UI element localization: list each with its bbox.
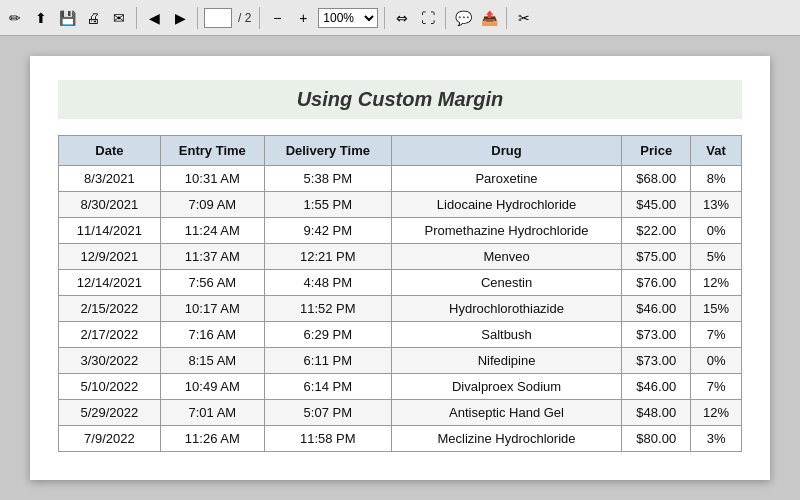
table-cell: 12:21 PM — [264, 244, 391, 270]
table-row: 12/9/202111:37 AM12:21 PMMenveo$75.005% — [59, 244, 742, 270]
table-cell: 12/9/2021 — [59, 244, 161, 270]
table-cell: 0% — [691, 348, 742, 374]
table-cell: 11:58 PM — [264, 426, 391, 452]
table-cell: Meclizine Hydrochloride — [391, 426, 622, 452]
table-cell: 12% — [691, 270, 742, 296]
table-cell: 0% — [691, 218, 742, 244]
plus-icon[interactable]: + — [292, 7, 314, 29]
fit-page-icon[interactable]: ⛶ — [417, 7, 439, 29]
table-row: 8/3/202110:31 AM5:38 PMParoxetine$68.008… — [59, 166, 742, 192]
table-cell: 11/14/2021 — [59, 218, 161, 244]
table-row: 2/17/20227:16 AM6:29 PMSaltbush$73.007% — [59, 322, 742, 348]
table-cell: $80.00 — [622, 426, 691, 452]
comment-icon[interactable]: 💬 — [452, 7, 474, 29]
table-cell: 7:01 AM — [160, 400, 264, 426]
table-cell: 11:37 AM — [160, 244, 264, 270]
table-cell: 6:14 PM — [264, 374, 391, 400]
table-cell: 11:26 AM — [160, 426, 264, 452]
table-cell: Nifedipine — [391, 348, 622, 374]
upload-icon[interactable]: ⬆ — [30, 7, 52, 29]
table-cell: $48.00 — [622, 400, 691, 426]
table-cell: 3% — [691, 426, 742, 452]
document-title: Using Custom Margin — [58, 80, 742, 119]
table-cell: 6:11 PM — [264, 348, 391, 374]
table-cell: Antiseptic Hand Gel — [391, 400, 622, 426]
table-cell: $73.00 — [622, 348, 691, 374]
content-area: Using Custom Margin Date Entry Time Deli… — [0, 36, 800, 500]
table-cell: $45.00 — [622, 192, 691, 218]
separator-4 — [384, 7, 385, 29]
table-cell: Lidocaine Hydrochloride — [391, 192, 622, 218]
separator-1 — [136, 7, 137, 29]
minus-icon[interactable]: − — [266, 7, 288, 29]
table-row: 5/10/202210:49 AM6:14 PMDivalproex Sodiu… — [59, 374, 742, 400]
table-row: 7/9/202211:26 AM11:58 PMMeclizine Hydroc… — [59, 426, 742, 452]
table-cell: 11:24 AM — [160, 218, 264, 244]
table-cell: $76.00 — [622, 270, 691, 296]
table-row: 8/30/20217:09 AM1:55 PMLidocaine Hydroch… — [59, 192, 742, 218]
table-cell: 7:16 AM — [160, 322, 264, 348]
table-cell: 7:56 AM — [160, 270, 264, 296]
table-cell: 4:48 PM — [264, 270, 391, 296]
table-cell: 3/30/2022 — [59, 348, 161, 374]
table-cell: $46.00 — [622, 296, 691, 322]
table-cell: 1:55 PM — [264, 192, 391, 218]
table-cell: 11:52 PM — [264, 296, 391, 322]
edit-icon[interactable]: ✏ — [4, 7, 26, 29]
table-cell: $46.00 — [622, 374, 691, 400]
table-cell: 7:09 AM — [160, 192, 264, 218]
table-cell: $73.00 — [622, 322, 691, 348]
table-cell: $75.00 — [622, 244, 691, 270]
table-cell: 5% — [691, 244, 742, 270]
col-header-delivery-time: Delivery Time — [264, 136, 391, 166]
col-header-entry-time: Entry Time — [160, 136, 264, 166]
table-row: 2/15/202210:17 AM11:52 PMHydrochlorothia… — [59, 296, 742, 322]
table-cell: Promethazine Hydrochloride — [391, 218, 622, 244]
forward-icon[interactable]: ▶ — [169, 7, 191, 29]
table-cell: 8/30/2021 — [59, 192, 161, 218]
separator-2 — [197, 7, 198, 29]
document-page: Using Custom Margin Date Entry Time Deli… — [30, 56, 770, 480]
table-cell: 6:29 PM — [264, 322, 391, 348]
table-header-row: Date Entry Time Delivery Time Drug Price… — [59, 136, 742, 166]
print-icon[interactable]: 🖨 — [82, 7, 104, 29]
table-cell: Divalproex Sodium — [391, 374, 622, 400]
table-cell: 7/9/2022 — [59, 426, 161, 452]
table-cell: Paroxetine — [391, 166, 622, 192]
table-cell: 10:31 AM — [160, 166, 264, 192]
table-cell: 5:38 PM — [264, 166, 391, 192]
email-icon[interactable]: ✉ — [108, 7, 130, 29]
table-cell: 2/15/2022 — [59, 296, 161, 322]
fit-width-icon[interactable]: ⇔ — [391, 7, 413, 29]
separator-3 — [259, 7, 260, 29]
col-header-drug: Drug — [391, 136, 622, 166]
table-row: 11/14/202111:24 AM9:42 PMPromethazine Hy… — [59, 218, 742, 244]
table-cell: 8% — [691, 166, 742, 192]
table-cell: 5/29/2022 — [59, 400, 161, 426]
table-cell: Hydrochlorothiazide — [391, 296, 622, 322]
table-row: 12/14/20217:56 AM4:48 PMCenestin$76.0012… — [59, 270, 742, 296]
table-cell: 10:17 AM — [160, 296, 264, 322]
data-table: Date Entry Time Delivery Time Drug Price… — [58, 135, 742, 452]
back-icon[interactable]: ◀ — [143, 7, 165, 29]
table-cell: 2/17/2022 — [59, 322, 161, 348]
col-header-vat: Vat — [691, 136, 742, 166]
page-number-input[interactable]: 1 — [204, 8, 232, 28]
zoom-select[interactable]: 100% 75% 125% 150% — [318, 8, 378, 28]
crop-icon[interactable]: ✂ — [513, 7, 535, 29]
page-total: / 2 — [238, 11, 251, 25]
table-cell: $68.00 — [622, 166, 691, 192]
table-row: 3/30/20228:15 AM6:11 PMNifedipine$73.000… — [59, 348, 742, 374]
table-cell: 10:49 AM — [160, 374, 264, 400]
toolbar: ✏ ⬆ 💾 🖨 ✉ ◀ ▶ 1 / 2 − + 100% 75% 125% 15… — [0, 0, 800, 36]
table-cell: 7% — [691, 374, 742, 400]
col-header-price: Price — [622, 136, 691, 166]
table-cell: 12% — [691, 400, 742, 426]
table-cell: 8:15 AM — [160, 348, 264, 374]
separator-6 — [506, 7, 507, 29]
table-cell: Saltbush — [391, 322, 622, 348]
table-cell: 5/10/2022 — [59, 374, 161, 400]
save-icon[interactable]: 💾 — [56, 7, 78, 29]
export-icon[interactable]: 📤 — [478, 7, 500, 29]
table-cell: $22.00 — [622, 218, 691, 244]
